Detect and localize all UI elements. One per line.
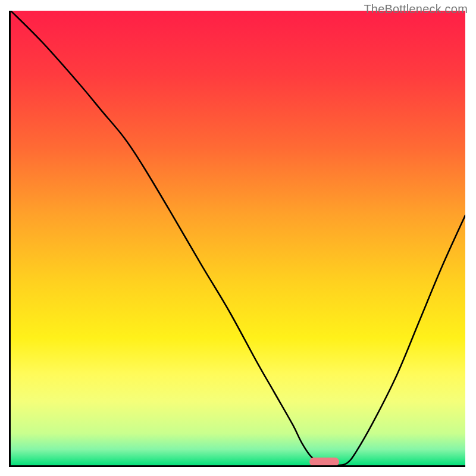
- bottleneck-curve: [11, 11, 465, 465]
- x-axis: [9, 465, 465, 467]
- watermark-text: TheBottleneck.com: [364, 2, 468, 16]
- plot-area: [11, 11, 465, 465]
- y-axis: [9, 11, 11, 467]
- chart-frame: TheBottleneck.com: [0, 0, 476, 476]
- optimum-marker: [309, 458, 339, 465]
